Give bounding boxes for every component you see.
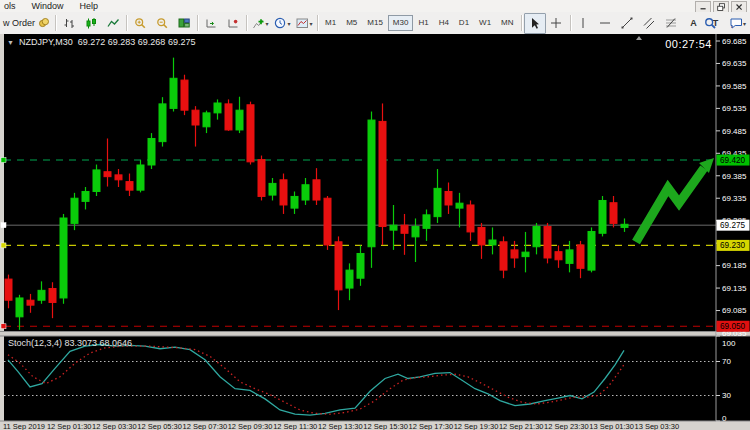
chart-title: ▼ NZDJPY,M30 69.272 69.283 69.268 69.275 [7, 37, 195, 47]
window-left-edge [0, 34, 4, 430]
fibonacci-button[interactable] [661, 13, 683, 34]
auto-scroll-button[interactable] [200, 13, 222, 34]
auto-scroll-icon [205, 17, 218, 30]
svg-text:12 Sep 19:30: 12 Sep 19:30 [454, 422, 499, 430]
tf-m5-button[interactable]: M5 [341, 15, 362, 31]
trend-arrow-annotation[interactable] [636, 158, 714, 242]
horizontal-line-icon [599, 17, 612, 30]
toolbar-separator [570, 15, 571, 31]
cursor-button[interactable] [524, 13, 546, 34]
svg-text:69.085: 69.085 [722, 306, 747, 315]
indicators-button[interactable]: ▾ [249, 13, 271, 34]
candle-countdown-timer: 00:27:54 [665, 38, 712, 50]
tf-m1-button[interactable]: M1 [320, 15, 341, 31]
equidistant-channel-button[interactable] [639, 13, 661, 34]
svg-text:12 Sep 11:30: 12 Sep 11:30 [273, 422, 317, 430]
svg-text:69.420: 69.420 [720, 156, 745, 165]
vertical-line-button[interactable] [573, 13, 595, 34]
zoom-in-button[interactable] [129, 13, 151, 34]
search-icon [704, 17, 717, 30]
tf-h4-button[interactable]: H4 [434, 15, 454, 31]
svg-text:13 Sep 03:30: 13 Sep 03:30 [634, 422, 679, 430]
crosshair-icon [550, 17, 563, 30]
chart-shift-icon [227, 17, 240, 30]
svg-text:69.385: 69.385 [722, 172, 747, 181]
candlestick-chart-icon [85, 17, 98, 30]
periods-button[interactable]: ▾ [271, 13, 293, 34]
mt4-application-window: olsWindowHelp w Order▾▾▾M1M5M15M30H1H4D1… [0, 0, 750, 430]
svg-text:12 Sep 15:30: 12 Sep 15:30 [363, 422, 408, 430]
svg-text:69.485: 69.485 [722, 127, 747, 136]
menu-item-ols[interactable]: ols [4, 1, 16, 11]
trendline-button[interactable] [617, 13, 639, 34]
svg-text:69.635: 69.635 [722, 59, 747, 68]
equidistant-channel-icon [643, 17, 656, 30]
chat-button[interactable] [725, 13, 747, 34]
zoom-in-icon [134, 17, 147, 30]
chart-canvas[interactable]: 11 Sep 201912 Sep 01:3012 Sep 03:3012 Se… [0, 34, 750, 430]
svg-text:12 Sep 23:30: 12 Sep 23:30 [544, 422, 589, 430]
menu-item-help[interactable]: Help [80, 1, 99, 11]
zoom-out-button[interactable] [151, 13, 173, 34]
time-axis: 11 Sep 201912 Sep 01:3012 Sep 03:3012 Se… [0, 421, 750, 430]
new-order-label: w Order [3, 18, 35, 28]
price-badges: 69.42069.27569.23069.050 [717, 155, 750, 332]
svg-text:12 Sep 21:30: 12 Sep 21:30 [499, 422, 544, 430]
chevron-down-icon: ▾ [266, 20, 269, 27]
chevron-down-icon: ▾ [310, 20, 313, 27]
tf-m15-button[interactable]: M15 [362, 15, 388, 31]
svg-text:69.230: 69.230 [720, 241, 745, 250]
templates-button[interactable]: ▾ [293, 13, 315, 34]
chevron-down-icon: ▾ [288, 20, 291, 27]
new-order-button[interactable]: w Order [0, 14, 53, 33]
svg-text:13 Sep 01:30: 13 Sep 01:30 [589, 422, 634, 430]
crosshair-button[interactable] [546, 13, 568, 34]
candlestick-chart-button[interactable] [80, 13, 102, 34]
restore-icon [716, 2, 727, 13]
cursor-icon [528, 17, 541, 30]
zoom-out-icon [156, 17, 169, 30]
menu-item-window[interactable]: Window [32, 1, 64, 11]
chevron-down-icon[interactable]: ▼ [7, 39, 14, 46]
panel-separator-handle[interactable] [0, 332, 750, 337]
svg-text:70: 70 [722, 357, 731, 366]
chart-shift-button[interactable] [222, 13, 244, 34]
svg-text:69.585: 69.585 [722, 82, 747, 91]
close-icon [734, 2, 745, 13]
svg-text:69.185: 69.185 [722, 261, 747, 270]
chat-icon [730, 17, 743, 30]
svg-text:12 Sep 13:30: 12 Sep 13:30 [318, 422, 363, 430]
svg-text:12 Sep 03:30: 12 Sep 03:30 [92, 422, 137, 430]
indicators-icon [252, 17, 265, 30]
svg-text:69.275: 69.275 [720, 221, 745, 230]
svg-text:69.135: 69.135 [722, 284, 747, 293]
toolbar-separator [126, 15, 127, 31]
line-chart-button[interactable] [102, 13, 124, 34]
stoch-main-line [8, 345, 624, 416]
tf-w1-button[interactable]: W1 [474, 15, 496, 31]
vertical-line-icon [577, 17, 590, 30]
svg-text:69.535: 69.535 [722, 104, 747, 113]
horizontal-line-button[interactable] [595, 13, 617, 34]
bar-chart-button[interactable] [58, 13, 80, 34]
stochastic-label: Stoch(12,3,4) 83.3073 68.0646 [8, 338, 132, 348]
chart-window: 11 Sep 201912 Sep 01:3012 Sep 03:3012 Se… [0, 34, 750, 430]
menu-bar: olsWindowHelp [0, 0, 750, 12]
search-button[interactable] [699, 13, 721, 34]
svg-text:12 Sep 01:30: 12 Sep 01:30 [47, 422, 92, 430]
svg-text:12 Sep 09:30: 12 Sep 09:30 [228, 422, 273, 430]
tf-m30-button[interactable]: M30 [388, 15, 414, 31]
tf-mn-button[interactable]: MN [496, 15, 518, 31]
toolbar-separator [246, 15, 247, 31]
tile-windows-button[interactable] [173, 13, 195, 34]
svg-text:69.050: 69.050 [720, 322, 745, 331]
toolbar-separator [197, 15, 198, 31]
svg-text:69.685: 69.685 [722, 37, 747, 46]
toolbar-separator [521, 15, 522, 31]
periods-icon [274, 17, 287, 30]
toolbar-right-icons [699, 12, 747, 34]
tile-windows-icon [178, 17, 191, 30]
tf-d1-button[interactable]: D1 [454, 15, 474, 31]
svg-text:100: 100 [722, 339, 736, 348]
tf-h1-button[interactable]: H1 [413, 15, 433, 31]
